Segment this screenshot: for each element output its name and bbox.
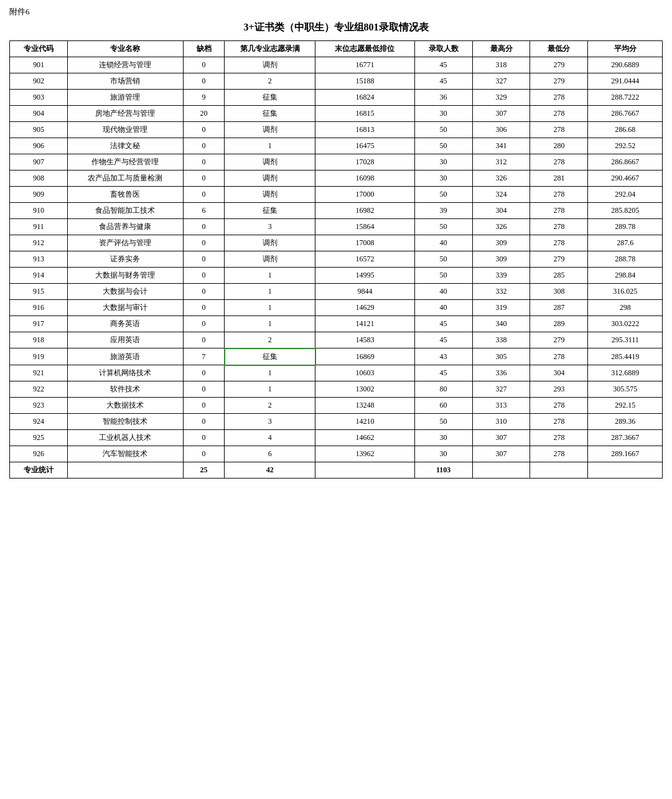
table-cell: 0 — [183, 219, 224, 235]
table-cell: 316.025 — [588, 284, 663, 300]
table-cell: 43 — [414, 348, 472, 365]
table-cell: 16869 — [315, 348, 414, 365]
table-cell: 大数据技术 — [67, 398, 183, 414]
table-cell: 30 — [414, 171, 472, 187]
header-enrolled: 录取人数 — [414, 41, 472, 57]
table-cell: 286.68 — [588, 122, 663, 138]
table-cell: 279 — [530, 332, 588, 348]
table-cell: 288.78 — [588, 251, 663, 268]
table-cell: 280 — [530, 138, 588, 154]
table-cell: 0 — [183, 398, 224, 414]
table-cell: 0 — [183, 316, 224, 332]
table-cell: 279 — [530, 73, 588, 90]
table-cell: 0 — [183, 251, 224, 268]
table-cell: 45 — [414, 57, 472, 73]
table-cell: 0 — [183, 171, 224, 187]
table-cell: 16771 — [315, 57, 414, 73]
table-row: 910食品智能加工技术6征集1698239304278285.8205 — [10, 203, 663, 219]
table-cell: 278 — [530, 187, 588, 203]
table-cell: 293 — [530, 381, 588, 398]
table-cell: 14210 — [315, 414, 414, 430]
table-cell: 市场营销 — [67, 73, 183, 90]
table-cell: 309 — [472, 235, 530, 251]
table-cell: 312.6889 — [588, 365, 663, 381]
table-cell: 征集 — [225, 348, 315, 365]
table-cell: 0 — [183, 57, 224, 73]
table-cell: 289 — [530, 316, 588, 332]
table-cell: 计算机网络技术 — [67, 365, 183, 381]
table-cell: 资产评估与管理 — [67, 235, 183, 251]
table-cell: 16824 — [315, 90, 414, 106]
table-cell: 14121 — [315, 316, 414, 332]
table-cell: 339 — [472, 268, 530, 284]
table-cell: 征集 — [225, 203, 315, 219]
table-cell: 连锁经营与管理 — [67, 57, 183, 73]
table-cell: 285.4419 — [588, 348, 663, 365]
table-cell: 13002 — [315, 381, 414, 398]
table-cell: 306 — [472, 122, 530, 138]
table-cell: 30 — [414, 430, 472, 446]
table-cell: 16475 — [315, 138, 414, 154]
table-cell: 1 — [225, 284, 315, 300]
table-cell: 305.575 — [588, 381, 663, 398]
table-row: 913证券实务0调剂1657250309279288.78 — [10, 251, 663, 268]
table-row: 914大数据与财务管理011499550339285298.84 — [10, 268, 663, 284]
table-cell: 327 — [472, 73, 530, 90]
table-cell: 911 — [10, 219, 68, 235]
table-cell: 40 — [414, 284, 472, 300]
table-row: 911食品营养与健康031586450326278289.78 — [10, 219, 663, 235]
table-cell: 278 — [530, 235, 588, 251]
table-cell: 14629 — [315, 300, 414, 316]
attachment-label: 附件6 — [9, 6, 663, 17]
table-cell: 30 — [414, 154, 472, 171]
table-cell: 0 — [183, 381, 224, 398]
table-cell: 292.15 — [588, 398, 663, 414]
table-cell: 278 — [530, 398, 588, 414]
table-cell: 16815 — [315, 106, 414, 122]
table-cell: 30 — [414, 106, 472, 122]
table-cell: 288.7222 — [588, 90, 663, 106]
table-cell: 0 — [183, 300, 224, 316]
table-cell: 45 — [414, 73, 472, 90]
table-row: 903旅游管理9征集1682436329278288.7222 — [10, 90, 663, 106]
table-row: 902市场营销021518845327279291.0444 — [10, 73, 663, 90]
table-cell: 0 — [183, 284, 224, 300]
table-cell: 45 — [414, 332, 472, 348]
table-cell: 279 — [530, 57, 588, 73]
table-cell: 13248 — [315, 398, 414, 414]
table-cell: 338 — [472, 332, 530, 348]
table-cell: 307 — [472, 106, 530, 122]
table-cell: 915 — [10, 284, 68, 300]
table-cell: 0 — [183, 187, 224, 203]
table-cell: 926 — [10, 446, 68, 462]
table-row: 909畜牧兽医0调剂1700050324278292.04 — [10, 187, 663, 203]
table-cell: 14662 — [315, 430, 414, 446]
table-cell: 291.0444 — [588, 73, 663, 90]
table-cell: 2 — [225, 398, 315, 414]
table-cell: 调剂 — [225, 154, 315, 171]
table-cell: 278 — [530, 430, 588, 446]
table-cell: 1 — [225, 381, 315, 398]
table-cell: 16098 — [315, 171, 414, 187]
table-cell: 922 — [10, 381, 68, 398]
table-cell: 326 — [472, 219, 530, 235]
table-cell: 45 — [414, 365, 472, 381]
total-row: 专业统计25421103 — [10, 462, 663, 479]
table-cell: 证券实务 — [67, 251, 183, 268]
header-code: 专业代码 — [10, 41, 68, 57]
table-cell: 调剂 — [225, 235, 315, 251]
table-cell: 921 — [10, 365, 68, 381]
table-cell: 278 — [530, 154, 588, 171]
table-cell: 14583 — [315, 332, 414, 348]
table-cell: 3 — [225, 219, 315, 235]
table-body: 901连锁经营与管理0调剂1677145318279290.6889902市场营… — [10, 57, 663, 479]
table-cell: 278 — [530, 414, 588, 430]
table-cell: 6 — [183, 203, 224, 219]
total-label-col1: 专业统计 — [10, 462, 68, 479]
table-cell: 1 — [225, 365, 315, 381]
table-cell: 50 — [414, 414, 472, 430]
table-row: 919旅游英语7征集1686943305278285.4419 — [10, 348, 663, 365]
table-row: 923大数据技术021324860313278292.15 — [10, 398, 663, 414]
table-cell: 909 — [10, 187, 68, 203]
table-cell: 50 — [414, 122, 472, 138]
